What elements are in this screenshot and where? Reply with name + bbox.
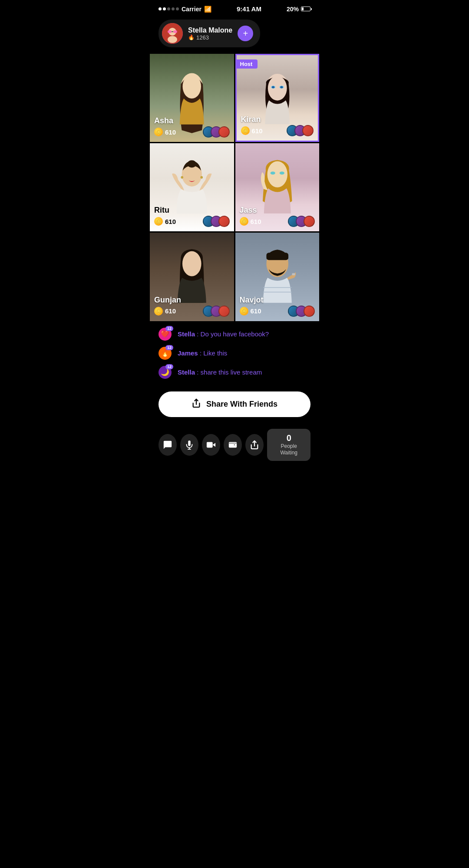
grid-cell-asha[interactable]: Asha 🪙 610 (150, 54, 234, 142)
coin-icon: 🪙 (240, 307, 248, 316)
status-right: 20% (287, 6, 310, 13)
add-button[interactable]: + (238, 26, 253, 41)
cell-name-asha: Asha (154, 116, 230, 125)
badge-num-2: 12 (165, 345, 173, 350)
signal-dots (159, 7, 179, 10)
cell-coins-kiran: 🪙 610 (241, 126, 263, 135)
chat-message-1: ❤️ 12 Stella : Do you have facebook? (159, 328, 310, 341)
chat-msg-2: Like this (203, 349, 227, 357)
svg-point-12 (271, 86, 274, 88)
cell-bg-kiran: Host Kiran 🪙 610 (237, 55, 318, 141)
svg-rect-3 (168, 30, 172, 33)
chat-separator-2: : (200, 349, 203, 357)
share-with-friends-button[interactable]: Share With Friends (159, 391, 310, 417)
chat-user-1: Stella (178, 330, 195, 338)
svg-point-2 (168, 36, 177, 43)
chat-section: ❤️ 12 Stella : Do you have facebook? 🔥 1… (150, 321, 319, 389)
cell-bottom-ritu: 🪙 610 (154, 216, 230, 227)
signal-dot-1 (159, 7, 162, 10)
cell-bottom-gunjan: 🪙 610 (154, 306, 230, 317)
avatar-stack (288, 306, 315, 317)
user-name: Stella Malone (188, 26, 232, 34)
badge-wrapper-1: ❤️ 12 (159, 328, 172, 341)
chat-user-2: James (178, 349, 198, 357)
wifi-icon: 📶 (204, 6, 211, 13)
cell-name-kiran: Kiran (241, 115, 314, 124)
cell-bg-navjot: Navjot 🪙 610 (235, 233, 320, 321)
stack-avatar-1 (304, 216, 315, 227)
cell-bg-gunjan: Gunjan 🪙 610 (150, 233, 234, 321)
grid-cell-navjot[interactable]: Navjot 🪙 610 (235, 233, 320, 321)
user-info: Stella Malone 🔥 1263 (188, 26, 232, 41)
wallet-button[interactable] (224, 434, 242, 456)
coins-value: 610 (165, 128, 176, 136)
svg-rect-25 (266, 253, 288, 260)
chat-message-3: 🌙 12 Stella : share this live stream (159, 366, 310, 379)
cell-name-navjot: Navjot (240, 296, 315, 305)
avatar (162, 23, 183, 44)
share-button-label: Share With Friends (206, 400, 277, 409)
cell-coins-ritu: 🪙 610 (154, 217, 176, 226)
coin-icon: 🪙 (154, 217, 163, 226)
stream-grid: Asha 🪙 610 (150, 54, 319, 321)
cell-bg-asha: Asha 🪙 610 (150, 54, 234, 142)
battery-percent: 20% (287, 6, 299, 13)
people-waiting-count: 0 (274, 433, 304, 443)
host-badge: Host (237, 59, 258, 69)
battery-icon (301, 7, 310, 11)
avatar-stack (287, 125, 314, 136)
grid-cell-ritu[interactable]: Ritu 🪙 610 (150, 143, 234, 231)
microphone-button[interactable] (180, 434, 198, 456)
score-value: 1263 (196, 34, 209, 41)
badge-num-1: 12 (165, 326, 173, 331)
user-score: 🔥 1263 (188, 34, 232, 41)
stack-avatar-1 (218, 306, 230, 317)
people-waiting-panel: 0 People Waiting (267, 429, 310, 461)
coin-icon: 🪙 (154, 307, 163, 316)
badge-num-3: 12 (165, 364, 173, 369)
svg-point-21 (279, 171, 284, 174)
chat-msg-3: share this live stream (201, 368, 262, 376)
grid-cell-kiran[interactable]: Host Kiran 🪙 610 (235, 54, 320, 142)
grid-cell-jass[interactable]: Jass 🪙 610 (235, 143, 320, 231)
flame-icon: 🔥 (188, 34, 195, 40)
chat-text-2: James : Like this (178, 349, 227, 357)
chat-user-3: Stella (178, 368, 195, 376)
grid-cell-gunjan[interactable]: Gunjan 🪙 610 (150, 233, 234, 321)
coins-value: 610 (165, 218, 176, 225)
cell-name-jass: Jass (240, 206, 315, 215)
signal-dot-3 (167, 7, 170, 10)
chat-msg-1: Do you have facebook? (201, 330, 269, 338)
video-button[interactable] (202, 434, 220, 456)
svg-point-15 (187, 160, 196, 168)
chat-button[interactable] (159, 434, 177, 456)
signal-dot-4 (172, 7, 175, 10)
coins-value: 610 (251, 218, 261, 225)
coin-icon: 🪙 (240, 217, 248, 226)
battery-fill (302, 7, 304, 10)
cell-coins-jass: 🪙 610 (240, 217, 261, 226)
status-bar: Carrier 📶 9:41 AM 20% (150, 0, 319, 15)
cell-bg-jass: Jass 🪙 610 (235, 143, 320, 231)
avatar-stack (203, 126, 230, 138)
svg-point-23 (182, 251, 201, 276)
status-time: 9:41 AM (237, 5, 261, 13)
cell-coins-gunjan: 🪙 610 (154, 307, 176, 316)
cell-bg-ritu: Ritu 🪙 610 (150, 143, 234, 231)
coins-value: 610 (251, 307, 261, 315)
chat-separator-3: : (197, 368, 200, 376)
avatar-stack (203, 306, 230, 317)
svg-point-9 (268, 76, 287, 101)
cell-coins-asha: 🪙 610 (154, 128, 176, 136)
svg-rect-4 (173, 30, 177, 33)
chat-message-2: 🔥 12 James : Like this (159, 347, 310, 360)
user-header: Stella Malone 🔥 1263 + (159, 20, 260, 47)
chat-text-1: Stella : Do you have facebook? (178, 330, 269, 338)
avatar-image (162, 23, 183, 44)
badge-wrapper-3: 🌙 12 (159, 366, 172, 379)
share-button-icon (192, 398, 201, 410)
share-bottom-button[interactable] (245, 434, 264, 456)
svg-point-16 (181, 176, 183, 178)
coin-icon: 🪙 (241, 126, 250, 135)
bottom-bar: 0 People Waiting (150, 424, 319, 466)
